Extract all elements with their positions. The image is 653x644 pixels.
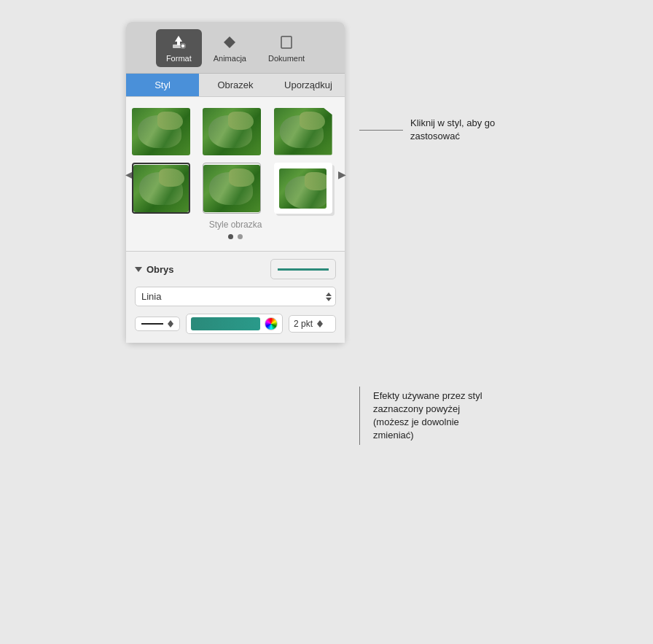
style-callout-text: Kliknij w styl, aby go zastosować (410, 117, 527, 143)
size-stepper[interactable] (317, 320, 323, 327)
obrys-color-line (278, 268, 329, 271)
toolbar: Format Animacja (126, 22, 345, 74)
svg-marker-6 (224, 36, 235, 48)
obrys-title: Obrys (135, 264, 174, 275)
tab-uporzadkuj[interactable]: Uporządkuj (272, 74, 345, 96)
color-wheel-icon[interactable] (265, 317, 278, 330)
image-styles-grid-2 (132, 163, 339, 214)
style-item-3[interactable] (274, 106, 332, 157)
line-type-wrapper: Linia Brak Ramka (135, 287, 336, 306)
style-item-2[interactable] (203, 106, 261, 157)
line-preview (141, 323, 163, 325)
obrys-header: Obrys (135, 259, 336, 279)
animacja-icon (221, 34, 238, 51)
controls-row: 2 pkt (135, 314, 336, 334)
dokument-label: Dokument (268, 54, 305, 63)
dokument-button[interactable]: Dokument (258, 29, 315, 67)
svg-marker-1 (175, 36, 182, 42)
callout-line-2 (359, 387, 360, 445)
dot-2[interactable] (238, 234, 243, 239)
obrys-section: Obrys Linia Brak Ramka (126, 251, 345, 343)
styles-label: Style obrazka (132, 220, 339, 230)
format-button[interactable]: Format (156, 29, 202, 67)
style-item-4[interactable] (132, 163, 190, 214)
color-selector[interactable] (186, 314, 283, 334)
style-item-5[interactable] (203, 163, 261, 214)
style-callout: Kliknij w styl, aby go zastosować (359, 117, 527, 143)
obrys-label: Obrys (146, 264, 174, 275)
image-styles-grid (132, 106, 339, 157)
arrow-down-icon[interactable] (168, 324, 173, 327)
pagination (132, 234, 339, 239)
dokument-icon (278, 34, 295, 51)
effects-callout: Efekty używane przez styl zaznaczony pow… (359, 387, 527, 445)
size-value: 2 pkt (294, 319, 313, 329)
style-item-1[interactable] (132, 106, 190, 157)
line-style-stepper[interactable] (168, 320, 173, 327)
svg-rect-2 (177, 42, 180, 45)
animacja-label: Animacja (214, 54, 246, 63)
svg-rect-5 (182, 44, 184, 47)
size-control[interactable]: 2 pkt (289, 315, 336, 333)
effects-callout-text: Efekty używane przez styl zaznaczony pow… (373, 389, 490, 443)
color-swatch (191, 317, 260, 330)
format-icon (170, 34, 187, 51)
callout-line-1 (359, 130, 403, 131)
style-item-6[interactable] (274, 163, 332, 214)
tab-styl[interactable]: Styl (126, 74, 199, 96)
collapse-icon[interactable] (135, 267, 142, 272)
format-panel: Format Animacja (126, 22, 345, 343)
animacja-button[interactable]: Animacja (203, 29, 257, 67)
dot-1[interactable] (228, 234, 233, 239)
styles-section: ◀ ▶ (126, 97, 345, 251)
dropdown-row: Linia Brak Ramka (135, 287, 336, 306)
line-type-select[interactable]: Linia Brak Ramka (135, 287, 336, 306)
obrys-color-preview[interactable] (270, 259, 336, 279)
svg-rect-7 (281, 36, 292, 48)
size-down-icon[interactable] (317, 324, 323, 327)
next-arrow[interactable]: ▶ (336, 163, 348, 185)
format-label: Format (166, 54, 192, 63)
line-style-selector[interactable] (135, 317, 180, 331)
tab-bar: Styl Obrazek Uporządkuj (126, 74, 345, 97)
tab-obrazek[interactable]: Obrazek (199, 74, 272, 96)
